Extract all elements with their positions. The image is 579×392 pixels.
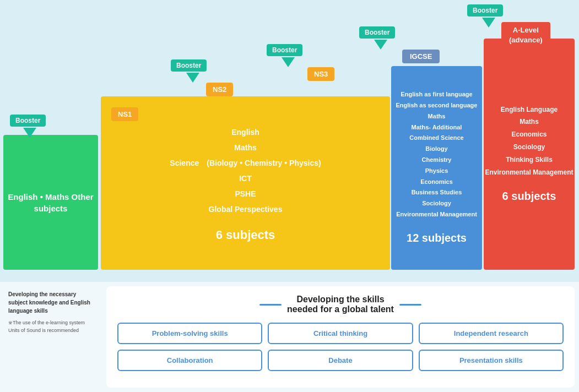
block-yellow: English Maths Science (Biology • Chemist… xyxy=(101,96,390,270)
title-line-right xyxy=(399,304,421,306)
title-row: Developing the skills needed for a globa… xyxy=(259,295,421,314)
skill-problem-solving[interactable]: Problem-solving skills xyxy=(117,323,262,344)
skill-independent-research[interactable]: Independent research xyxy=(419,323,564,344)
booster-5: Booster xyxy=(467,4,503,17)
booster-3: Booster xyxy=(267,44,302,56)
booster-4: Booster xyxy=(359,26,395,39)
skill-collaboration[interactable]: Collaboration xyxy=(117,350,262,371)
bottom-left-main: Developing the necessary subject knowled… xyxy=(8,290,94,315)
bottom-section: Developing the necessary subject knowled… xyxy=(0,282,579,392)
yellow-subjects: English Maths Science (Biology • Chemist… xyxy=(170,124,321,217)
booster-arrow-4 xyxy=(374,40,387,50)
skill-debate[interactable]: Debate xyxy=(268,350,413,371)
red-subjects: English Language Maths Economics Sociolo… xyxy=(485,104,573,179)
ns3-label: NS3 xyxy=(307,67,334,81)
ns2-label: NS2 xyxy=(206,83,233,96)
skills-grid: Problem-solving skills Critical thinking… xyxy=(117,323,564,371)
yellow-count: 6 subjects xyxy=(216,228,275,242)
red-count: 6 subjects xyxy=(502,187,556,205)
blue-count: 12 subjects xyxy=(407,229,467,247)
booster-arrow-2 xyxy=(186,73,199,83)
booster-2: Booster xyxy=(171,59,207,72)
bottom-left-sub: ※The use of the e-learning system Units … xyxy=(8,319,94,334)
block-red-alevel: English Language Maths Economics Sociolo… xyxy=(484,39,575,270)
skill-critical-thinking[interactable]: Critical thinking xyxy=(268,323,413,344)
skills-title: Developing the skills needed for a globa… xyxy=(287,295,394,314)
bottom-left: Developing the necessary subject knowled… xyxy=(0,282,102,392)
igcse-label: IGCSE xyxy=(402,50,440,63)
main-container: English • Maths Other subjects English M… xyxy=(0,0,579,392)
booster-arrow-5 xyxy=(482,18,495,28)
green-block-text: English • Maths Other subjects xyxy=(3,191,98,214)
alevel-label: A-Level(advance) xyxy=(501,22,550,48)
ns1-label: NS1 xyxy=(111,107,138,121)
booster-arrow-1 xyxy=(23,128,36,138)
bottom-right: Developing the skills needed for a globa… xyxy=(106,286,575,388)
staircase-area: English • Maths Other subjects English M… xyxy=(0,0,579,281)
booster-1: Booster xyxy=(10,115,46,127)
block-blue-igcse: English as first language English as sec… xyxy=(391,66,482,270)
skill-presentation[interactable]: Presentation skills xyxy=(419,350,564,371)
blue-subjects: English as first language English as sec… xyxy=(396,89,478,220)
booster-arrow-3 xyxy=(282,57,295,67)
title-line-left xyxy=(259,304,282,306)
block-green: English • Maths Other subjects xyxy=(3,135,98,270)
